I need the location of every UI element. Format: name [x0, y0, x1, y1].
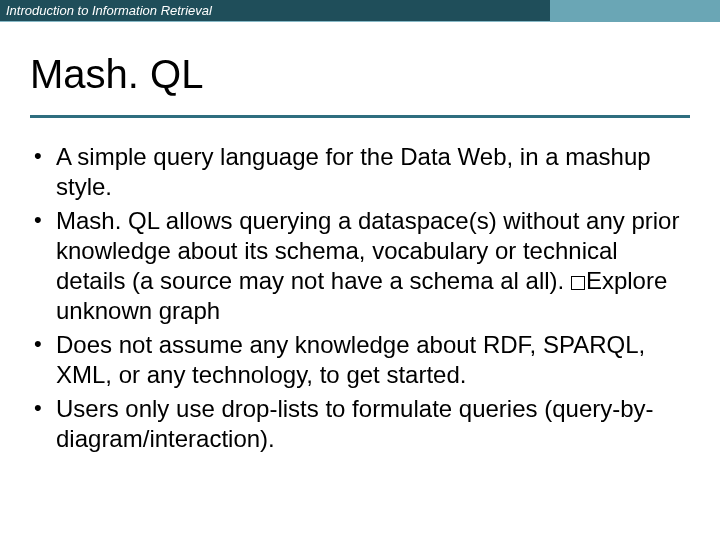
header-bar: Introduction to Information Retrieval	[0, 0, 720, 22]
bullet-text: Does not assume any knowledge about RDF,…	[56, 331, 645, 388]
bullet-item: A simple query language for the Data Web…	[34, 142, 686, 202]
bullet-item: Mash. QL allows querying a dataspace(s) …	[34, 206, 686, 326]
header-accent	[550, 0, 720, 22]
slide: Introduction to Information Retrieval Ma…	[0, 0, 720, 540]
bullet-item: Does not assume any knowledge about RDF,…	[34, 330, 686, 390]
bullet-text: Users only use drop-lists to formulate q…	[56, 395, 654, 452]
header-course-title: Introduction to Information Retrieval	[6, 3, 212, 18]
bullet-item: Users only use drop-lists to formulate q…	[34, 394, 686, 454]
title-container: Mash. QL	[0, 22, 720, 107]
slide-title: Mash. QL	[30, 52, 690, 97]
placeholder-glyph-icon	[571, 276, 585, 290]
bullet-list: A simple query language for the Data Web…	[34, 142, 686, 454]
bullet-text: Mash. QL allows querying a dataspace(s) …	[56, 207, 679, 324]
bullet-text: A simple query language for the Data Web…	[56, 143, 651, 200]
content-area: A simple query language for the Data Web…	[0, 118, 720, 454]
